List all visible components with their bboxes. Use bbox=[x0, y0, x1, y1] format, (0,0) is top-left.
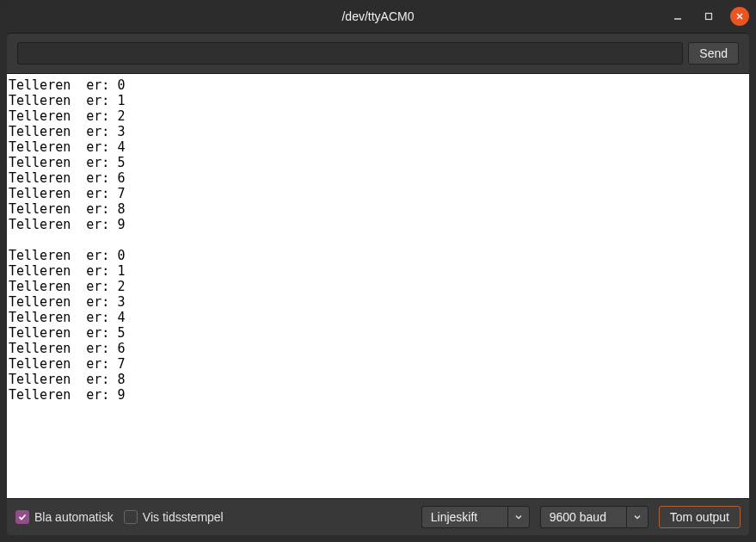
close-button[interactable] bbox=[730, 7, 749, 26]
line-ending-value: Linjeskift bbox=[421, 506, 507, 528]
baud-rate-value: 9600 baud bbox=[540, 506, 626, 528]
autoscroll-checkbox[interactable]: Bla automatisk bbox=[15, 510, 114, 524]
window-controls bbox=[668, 0, 749, 33]
chevron-down-icon bbox=[626, 506, 648, 528]
chevron-down-icon bbox=[507, 506, 530, 528]
serial-monitor-window: /dev/ttyACM0 Send Telleren er: 0 Tellere… bbox=[0, 0, 756, 542]
statusbar: Bla automatisk Vis tidsstempel Linjeskif… bbox=[7, 498, 749, 535]
autoscroll-label: Bla automatisk bbox=[34, 510, 114, 524]
timestamp-label: Vis tidsstempel bbox=[143, 510, 224, 524]
svg-rect-1 bbox=[706, 14, 712, 20]
timestamp-checkbox[interactable]: Vis tidsstempel bbox=[124, 510, 224, 524]
minimize-button[interactable] bbox=[668, 7, 687, 26]
line-ending-select[interactable]: Linjeskift bbox=[421, 506, 530, 528]
send-button[interactable]: Send bbox=[688, 42, 739, 65]
baud-rate-select[interactable]: 9600 baud bbox=[540, 506, 648, 528]
serial-input[interactable] bbox=[17, 42, 683, 65]
check-icon bbox=[124, 510, 138, 524]
clear-output-button[interactable]: Tom output bbox=[659, 506, 741, 528]
window-title: /dev/ttyACM0 bbox=[341, 9, 414, 23]
maximize-button[interactable] bbox=[699, 7, 718, 26]
check-icon bbox=[15, 510, 29, 524]
serial-output[interactable]: Telleren er: 0 Telleren er: 1 Telleren e… bbox=[7, 74, 749, 498]
send-toolbar: Send bbox=[7, 33, 749, 74]
titlebar: /dev/ttyACM0 bbox=[0, 0, 756, 33]
